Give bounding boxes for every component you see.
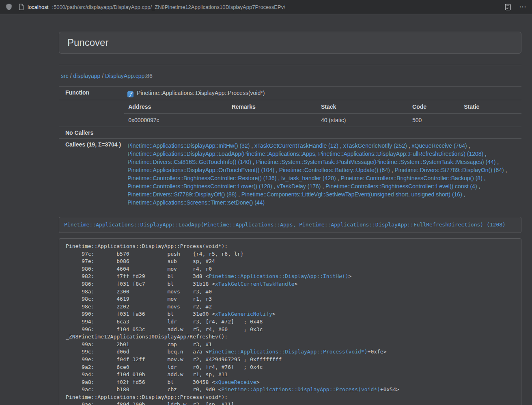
highlighted-symbol-link[interactable]: Pinetime::Applications::DisplayApp::Load… <box>64 222 506 228</box>
callee-separator: , <box>504 167 507 173</box>
callee-link[interactable]: xQueueReceive (764) <box>412 142 467 149</box>
disassembly: Pinetime::Applications::DisplayApp::Proc… <box>59 238 521 405</box>
url-host: localhost <box>28 4 48 10</box>
callee-separator: , <box>251 159 256 165</box>
callee-separator: , <box>336 175 341 181</box>
callee-link[interactable]: Pinetime::Controllers::BrightnessControl… <box>325 183 477 190</box>
callee-separator: , <box>321 183 325 190</box>
header-panel: Puncover <box>59 32 521 54</box>
callee-link[interactable]: Pinetime::Controllers::BrightnessControl… <box>340 175 482 181</box>
callee-link[interactable]: Pinetime::Applications::DisplayApp::Load… <box>127 151 483 157</box>
asm-symbol-link[interactable]: Pinetime::Applications::DisplayApp::Init… <box>209 273 348 279</box>
callee-separator: , <box>250 142 254 149</box>
breadcrumb-item[interactable]: DisplayApp.cpp <box>105 73 144 79</box>
asm-symbol-link[interactable]: Pinetime::Applications::DisplayApp::Proc… <box>209 349 367 355</box>
callee-link[interactable]: Pinetime::Controllers::BrightnessControl… <box>127 175 276 181</box>
breadcrumb-item[interactable]: src <box>61 73 69 79</box>
callee-link[interactable]: Pinetime::Drivers::St7789::DisplayOff() … <box>127 191 237 198</box>
url-path: :5000/path/src/displayapp/DisplayApp.cpp… <box>52 4 285 10</box>
breadcrumb-item[interactable]: displayapp <box>73 73 100 79</box>
stats-header-row: Address Remarks Stack Code Static <box>124 100 521 114</box>
breadcrumb-line-number: :86 <box>144 73 152 79</box>
main-content: Puncover src / displayapp / DisplayApp.c… <box>59 14 521 405</box>
col-header-code: Code <box>408 100 460 114</box>
callee-separator: , <box>477 183 480 190</box>
no-callers-label: No Callers <box>59 127 124 139</box>
callees-list: Pinetime::Applications::DisplayApp::Init… <box>124 139 521 210</box>
callee-separator: , <box>467 142 470 149</box>
shield-icon[interactable] <box>6 3 12 11</box>
callee-link[interactable]: Pinetime::Controllers::Battery::Update()… <box>279 167 390 173</box>
callee-separator: , <box>237 191 241 198</box>
function-name: Pinetime::Applications::DisplayApp::Proc… <box>137 90 265 96</box>
breadcrumb-separator: / <box>69 73 73 79</box>
asm-symbol-link[interactable]: xTaskGenericNotify <box>215 311 272 317</box>
col-header-remarks: Remarks <box>228 100 317 114</box>
callee-link[interactable]: vTaskDelay (176) <box>277 183 321 190</box>
toolbar-actions: ⋯ <box>505 3 526 11</box>
callees-row: Callees (19, Σ=3704 ) Pinetime::Applicat… <box>59 139 521 210</box>
stack-value: 40 (static) <box>317 114 408 127</box>
asm-symbol-link[interactable]: xQueueReceive <box>215 379 256 385</box>
page-title: Puncover <box>67 37 513 48</box>
asm-symbol-link[interactable]: xTaskGetCurrentTaskHandle <box>215 281 295 287</box>
stats-values-row: 0x0000097c 40 (static) 500 <box>124 114 521 127</box>
symbol-table: Function ƒPinetime::Applications::Displa… <box>59 86 521 209</box>
browser-toolbar: localhost:5000/path/src/displayapp/Displ… <box>0 0 532 14</box>
callee-separator: , <box>483 151 487 157</box>
divider <box>59 65 521 65</box>
callers-row: No Callers <box>59 127 521 139</box>
stats-table: Address Remarks Stack Code Static 0x0000… <box>124 100 521 127</box>
callee-separator: , <box>276 175 281 181</box>
callee-separator: , <box>407 142 412 149</box>
callee-separator: , <box>462 191 465 198</box>
page-icon <box>19 4 24 10</box>
callee-link[interactable]: xTaskGetCurrentTaskHandle (12) <box>254 142 338 149</box>
callee-separator: , <box>495 159 499 165</box>
callee-link[interactable]: xTaskGenericNotify (252) <box>343 142 407 149</box>
function-row: Function ƒPinetime::Applications::Displa… <box>59 87 521 100</box>
callee-separator: , <box>274 167 279 173</box>
callee-link[interactable]: Pinetime::Applications::Screens::Timer::… <box>127 199 265 206</box>
address-bar[interactable]: localhost:5000/path/src/displayapp/Displ… <box>19 4 505 10</box>
col-header-stack: Stack <box>317 100 408 114</box>
static-value <box>460 114 521 127</box>
callee-link[interactable]: Pinetime::Applications::DisplayApp::OnTo… <box>127 167 274 173</box>
callee-link[interactable]: Pinetime::Components::LittleVgl::SetNewT… <box>241 191 462 198</box>
breadcrumb-separator: / <box>100 73 105 79</box>
stats-row: Address Remarks Stack Code Static 0x0000… <box>59 100 521 127</box>
callee-link[interactable]: lv_task_handler (420) <box>281 175 336 181</box>
stats-row-label <box>59 100 124 127</box>
callee-separator: , <box>482 175 486 181</box>
asm-symbol-link[interactable]: Pinetime::Applications::DisplayApp::Proc… <box>222 386 380 392</box>
callee-separator: , <box>390 167 395 173</box>
highlighted-symbol: Pinetime::Applications::DisplayApp::Load… <box>59 217 521 233</box>
callee-separator: , <box>272 183 277 190</box>
callees-label: Callees (19, Σ=3704 ) <box>59 139 124 210</box>
callee-link[interactable]: Pinetime::Drivers::St7789::DisplayOn() (… <box>395 167 504 173</box>
remarks-value <box>228 114 317 127</box>
callee-separator: , <box>338 142 343 149</box>
col-header-address: Address <box>124 100 227 114</box>
callee-link[interactable]: Pinetime::Drivers::Cst816S::GetTouchInfo… <box>127 159 251 165</box>
overflow-menu-icon[interactable]: ⋯ <box>519 3 526 11</box>
callers-list <box>124 127 521 139</box>
breadcrumb: src / displayapp / DisplayApp.cpp:86 <box>59 72 521 80</box>
function-icon: ƒ <box>127 91 134 97</box>
callee-link[interactable]: Pinetime::Applications::DisplayApp::Init… <box>127 142 250 149</box>
callee-link[interactable]: Pinetime::Controllers::BrightnessControl… <box>127 183 272 190</box>
code-value: 500 <box>408 114 460 127</box>
callee-link[interactable]: Pinetime::System::SystemTask::PushMessag… <box>256 159 496 165</box>
function-row-label: Function <box>59 87 124 100</box>
address-value: 0x0000097c <box>124 114 227 127</box>
reader-mode-icon[interactable] <box>505 4 511 11</box>
col-header-static: Static <box>460 100 521 114</box>
